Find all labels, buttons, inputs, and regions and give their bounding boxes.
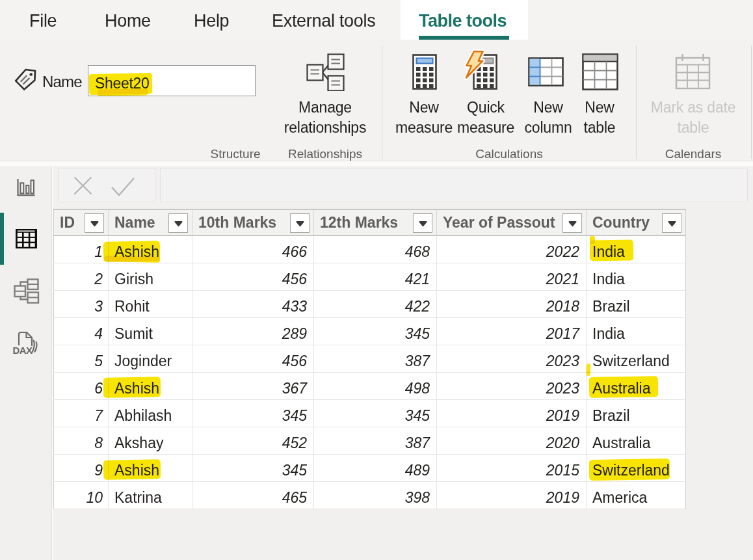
svg-text:DAX: DAX — [13, 345, 33, 356]
